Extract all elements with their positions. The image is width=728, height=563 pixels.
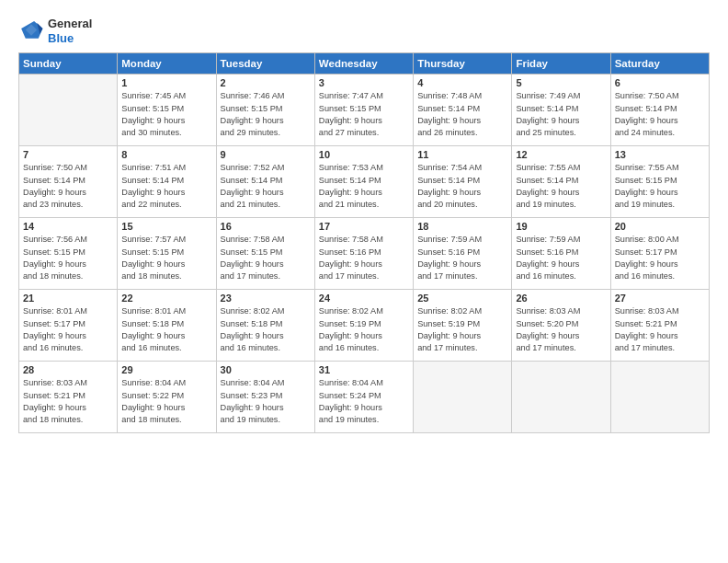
- day-detail: Sunrise: 7:58 AM Sunset: 5:15 PM Dayligh…: [221, 234, 311, 282]
- calendar-cell: 3Sunrise: 7:47 AM Sunset: 5:15 PM Daylig…: [314, 75, 413, 146]
- day-number: 4: [417, 77, 507, 88]
- calendar-cell: 22Sunrise: 8:01 AM Sunset: 5:18 PM Dayli…: [118, 290, 216, 362]
- calendar-cell: 29Sunrise: 8:04 AM Sunset: 5:22 PM Dayli…: [118, 362, 216, 433]
- day-detail: Sunrise: 7:49 AM Sunset: 5:14 PM Dayligh…: [516, 90, 606, 139]
- day-number: 15: [121, 221, 211, 232]
- day-detail: Sunrise: 7:45 AM Sunset: 5:15 PM Dayligh…: [121, 90, 211, 139]
- day-detail: Sunrise: 7:59 AM Sunset: 5:16 PM Dayligh…: [516, 234, 606, 282]
- day-detail: Sunrise: 7:59 AM Sunset: 5:16 PM Dayligh…: [417, 234, 507, 282]
- day-detail: Sunrise: 7:46 AM Sunset: 5:15 PM Dayligh…: [221, 90, 311, 139]
- calendar-cell: 31Sunrise: 8:04 AM Sunset: 5:24 PM Dayli…: [314, 362, 413, 433]
- calendar-table: SundayMondayTuesdayWednesdayThursdayFrid…: [18, 52, 710, 433]
- day-number: 1: [121, 77, 211, 88]
- day-number: 7: [23, 149, 113, 160]
- day-number: 19: [516, 221, 606, 232]
- day-number: 23: [221, 293, 311, 304]
- day-detail: Sunrise: 8:01 AM Sunset: 5:17 PM Dayligh…: [23, 305, 113, 354]
- day-detail: Sunrise: 7:55 AM Sunset: 5:15 PM Dayligh…: [615, 162, 705, 211]
- day-number: 9: [221, 149, 311, 160]
- calendar-cell: 7Sunrise: 7:50 AM Sunset: 5:14 PM Daylig…: [19, 146, 118, 218]
- calendar-cell: 15Sunrise: 7:57 AM Sunset: 5:15 PM Dayli…: [118, 218, 216, 290]
- weekday-header: Wednesday: [314, 53, 413, 75]
- weekday-header: Saturday: [610, 53, 709, 75]
- weekday-header: Thursday: [414, 53, 512, 75]
- day-detail: Sunrise: 8:03 AM Sunset: 5:21 PM Dayligh…: [615, 305, 705, 354]
- calendar-cell: 19Sunrise: 7:59 AM Sunset: 5:16 PM Dayli…: [512, 218, 610, 290]
- calendar-cell: 6Sunrise: 7:50 AM Sunset: 5:14 PM Daylig…: [610, 75, 709, 146]
- logo-text: General Blue: [48, 17, 92, 45]
- calendar-cell: 30Sunrise: 8:04 AM Sunset: 5:23 PM Dayli…: [216, 362, 314, 433]
- day-detail: Sunrise: 7:58 AM Sunset: 5:16 PM Dayligh…: [319, 234, 409, 282]
- weekday-header: Monday: [118, 53, 216, 75]
- day-detail: Sunrise: 7:54 AM Sunset: 5:14 PM Dayligh…: [417, 162, 507, 211]
- day-detail: Sunrise: 7:56 AM Sunset: 5:15 PM Dayligh…: [23, 234, 113, 282]
- day-number: 11: [417, 149, 507, 160]
- weekday-header: Friday: [512, 53, 610, 75]
- day-detail: Sunrise: 8:03 AM Sunset: 5:21 PM Dayligh…: [23, 377, 113, 426]
- day-number: 16: [221, 221, 311, 232]
- day-number: 29: [121, 364, 211, 375]
- day-number: 22: [121, 293, 211, 304]
- calendar-cell: 5Sunrise: 7:49 AM Sunset: 5:14 PM Daylig…: [512, 75, 610, 146]
- day-detail: Sunrise: 8:04 AM Sunset: 5:23 PM Dayligh…: [221, 377, 311, 426]
- calendar-week-row: 14Sunrise: 7:56 AM Sunset: 5:15 PM Dayli…: [19, 218, 710, 290]
- day-detail: Sunrise: 7:48 AM Sunset: 5:14 PM Dayligh…: [417, 90, 507, 139]
- calendar-cell: 18Sunrise: 7:59 AM Sunset: 5:16 PM Dayli…: [414, 218, 512, 290]
- calendar-cell: 10Sunrise: 7:53 AM Sunset: 5:14 PM Dayli…: [314, 146, 413, 218]
- calendar-cell: 1Sunrise: 7:45 AM Sunset: 5:15 PM Daylig…: [118, 75, 216, 146]
- logo: General Blue: [18, 17, 92, 45]
- day-detail: Sunrise: 8:02 AM Sunset: 5:18 PM Dayligh…: [221, 305, 311, 354]
- day-detail: Sunrise: 8:04 AM Sunset: 5:24 PM Dayligh…: [319, 377, 409, 426]
- day-number: 30: [221, 364, 311, 375]
- calendar-cell: 17Sunrise: 7:58 AM Sunset: 5:16 PM Dayli…: [314, 218, 413, 290]
- day-number: 12: [516, 149, 606, 160]
- calendar-cell: 4Sunrise: 7:48 AM Sunset: 5:14 PM Daylig…: [414, 75, 512, 146]
- day-detail: Sunrise: 7:51 AM Sunset: 5:14 PM Dayligh…: [121, 162, 211, 211]
- day-number: 31: [319, 364, 409, 375]
- calendar-cell: [610, 362, 709, 433]
- weekday-header-row: SundayMondayTuesdayWednesdayThursdayFrid…: [19, 53, 710, 75]
- day-detail: Sunrise: 8:03 AM Sunset: 5:20 PM Dayligh…: [516, 305, 606, 354]
- day-number: 28: [23, 364, 113, 375]
- day-number: 5: [516, 77, 606, 88]
- day-detail: Sunrise: 7:50 AM Sunset: 5:14 PM Dayligh…: [615, 90, 705, 139]
- calendar-cell: 8Sunrise: 7:51 AM Sunset: 5:14 PM Daylig…: [118, 146, 216, 218]
- day-detail: Sunrise: 7:57 AM Sunset: 5:15 PM Dayligh…: [121, 234, 211, 282]
- day-detail: Sunrise: 7:55 AM Sunset: 5:14 PM Dayligh…: [516, 162, 606, 211]
- day-number: 18: [417, 221, 507, 232]
- calendar-cell: 21Sunrise: 8:01 AM Sunset: 5:17 PM Dayli…: [19, 290, 118, 362]
- logo-icon: [18, 18, 44, 44]
- calendar-cell: 25Sunrise: 8:02 AM Sunset: 5:19 PM Dayli…: [414, 290, 512, 362]
- day-number: 25: [417, 293, 507, 304]
- day-number: 21: [23, 293, 113, 304]
- calendar-cell: 26Sunrise: 8:03 AM Sunset: 5:20 PM Dayli…: [512, 290, 610, 362]
- calendar-week-row: 1Sunrise: 7:45 AM Sunset: 5:15 PM Daylig…: [19, 75, 710, 146]
- day-number: 3: [319, 77, 409, 88]
- day-detail: Sunrise: 7:53 AM Sunset: 5:14 PM Dayligh…: [319, 162, 409, 211]
- page: General Blue SundayMondayTuesdayWednesda…: [0, 0, 728, 563]
- calendar-cell: 27Sunrise: 8:03 AM Sunset: 5:21 PM Dayli…: [610, 290, 709, 362]
- day-detail: Sunrise: 8:02 AM Sunset: 5:19 PM Dayligh…: [319, 305, 409, 354]
- day-number: 17: [319, 221, 409, 232]
- day-number: 26: [516, 293, 606, 304]
- weekday-header: Sunday: [19, 53, 118, 75]
- weekday-header: Tuesday: [216, 53, 314, 75]
- calendar-week-row: 7Sunrise: 7:50 AM Sunset: 5:14 PM Daylig…: [19, 146, 710, 218]
- day-number: 14: [23, 221, 113, 232]
- header: General Blue: [18, 17, 710, 45]
- calendar-cell: [512, 362, 610, 433]
- calendar-cell: 14Sunrise: 7:56 AM Sunset: 5:15 PM Dayli…: [19, 218, 118, 290]
- day-number: 27: [615, 293, 705, 304]
- calendar-cell: [19, 75, 118, 146]
- day-number: 6: [615, 77, 705, 88]
- day-number: 20: [615, 221, 705, 232]
- day-detail: Sunrise: 8:02 AM Sunset: 5:19 PM Dayligh…: [417, 305, 507, 354]
- calendar-cell: 24Sunrise: 8:02 AM Sunset: 5:19 PM Dayli…: [314, 290, 413, 362]
- calendar-week-row: 21Sunrise: 8:01 AM Sunset: 5:17 PM Dayli…: [19, 290, 710, 362]
- day-detail: Sunrise: 7:50 AM Sunset: 5:14 PM Dayligh…: [23, 162, 113, 211]
- calendar-cell: 28Sunrise: 8:03 AM Sunset: 5:21 PM Dayli…: [19, 362, 118, 433]
- calendar-cell: 12Sunrise: 7:55 AM Sunset: 5:14 PM Dayli…: [512, 146, 610, 218]
- day-detail: Sunrise: 7:47 AM Sunset: 5:15 PM Dayligh…: [319, 90, 409, 139]
- calendar-cell: 9Sunrise: 7:52 AM Sunset: 5:14 PM Daylig…: [216, 146, 314, 218]
- day-detail: Sunrise: 8:00 AM Sunset: 5:17 PM Dayligh…: [615, 234, 705, 282]
